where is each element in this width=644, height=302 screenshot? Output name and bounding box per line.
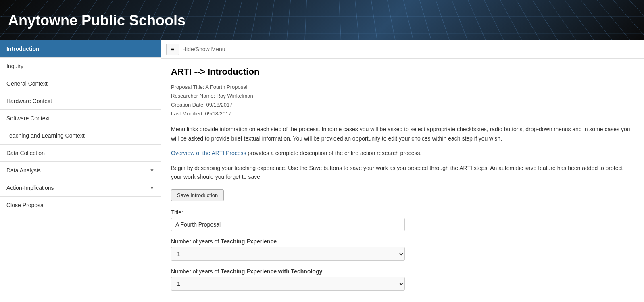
hamburger-icon: ≡ [171,46,174,52]
content-area: ≡ Hide/Show Menu ARTI --> Introduction P… [161,40,644,302]
modified-label: Last Modified: [171,111,204,117]
page-heading: ARTI --> Introduction [171,67,634,77]
sidebar-item-label: Close Proposal [6,202,45,208]
sidebar-item-software-context[interactable]: Software Context [0,110,161,127]
overview-link-suffix: provides a complete description of the e… [246,150,421,156]
sidebar-item-close-proposal[interactable]: Close Proposal [0,197,161,214]
sidebar-item-teaching-learning-context[interactable]: Teaching and Learning Context [0,127,161,145]
sidebar-item-label: Hardware Context [6,98,52,104]
sidebar-item-label: Software Context [6,115,50,122]
teaching-exp-select[interactable]: 1234567891011121314151617181920 [171,247,405,261]
meta-info: Proposal Title: A Fourth Proposal Resear… [171,83,634,118]
content-body: ARTI --> Introduction Proposal Title: A … [161,59,644,302]
overview-paragraph: Overview of the ARTI Process provides a … [171,149,634,157]
modified-date-line: Last Modified: 09/18/2017 [171,109,634,118]
researcher-line: Researcher Name: Roy Winkelman [171,92,634,101]
sidebar-item-label: Data Analysis [6,167,41,174]
title-label: Title: [171,209,634,216]
sidebar-item-inquiry[interactable]: Inquiry [0,58,161,75]
teaching-exp-label: Number of years of Teaching Experience [171,238,634,245]
teaching-exp-bold: Teaching Experience [221,238,277,245]
title-input[interactable] [171,218,405,231]
creation-label: Creation Date: [171,102,205,108]
teaching-tech-label-text: Number of years of [171,268,221,275]
overview-link[interactable]: Overview of the ARTI Process [171,150,246,156]
description-text-1: Menu links provide information on each s… [171,125,634,143]
teaching-tech-label: Number of years of Teaching Experience w… [171,268,634,275]
researcher-value: Roy Winkelman [217,93,253,99]
sidebar-item-action-implications[interactable]: Action-Implications▼ [0,179,161,197]
page-header: Anytowne Public Schools [0,0,644,40]
hide-show-menu-button[interactable]: ≡ [166,44,179,55]
teaching-tech-select[interactable]: 1234567891011121314151617181920 [171,277,405,291]
sidebar-item-label: Teaching and Learning Context [6,132,85,139]
teaching-exp-section: Number of years of Teaching Experience 1… [171,238,634,261]
modified-date: 09/18/2017 [205,111,231,117]
proposal-title-value: A Fourth Proposal [205,84,247,90]
chevron-down-icon: ▼ [150,168,154,173]
teaching-tech-section: Number of years of Teaching Experience w… [171,268,634,291]
description-text-2: Begin by describing your teaching experi… [171,164,634,182]
chevron-down-icon: ▼ [150,185,154,191]
site-title: Anytowne Public Schools [0,0,644,40]
sidebar: IntroductionInquiryGeneral ContextHardwa… [0,40,161,302]
sidebar-item-label: Introduction [6,46,40,52]
teaching-tech-bold: Teaching Experience with Technology [221,268,322,275]
main-layout: IntroductionInquiryGeneral ContextHardwa… [0,40,644,302]
sidebar-item-label: Data Collection [6,150,45,156]
creation-date-line: Creation Date: 09/18/2017 [171,101,634,109]
sidebar-item-label: Inquiry [6,63,23,69]
researcher-label: Researcher Name: [171,93,215,99]
sidebar-item-hardware-context[interactable]: Hardware Context [0,92,161,110]
hide-show-menu-label: Hide/Show Menu [182,46,225,52]
title-field-section: Title: [171,209,634,231]
sidebar-item-general-context[interactable]: General Context [0,75,161,92]
teaching-exp-label-text: Number of years of [171,238,221,245]
proposal-title-label: Proposal Title: [171,84,204,90]
sidebar-item-label: Action-Implications [6,185,54,191]
save-introduction-button[interactable]: Save Introduction [171,189,224,201]
menu-bar: ≡ Hide/Show Menu [161,40,644,59]
sidebar-item-data-analysis[interactable]: Data Analysis▼ [0,162,161,179]
creation-date: 09/18/2017 [206,102,232,108]
sidebar-item-data-collection[interactable]: Data Collection [0,145,161,162]
sidebar-item-introduction[interactable]: Introduction [0,40,161,58]
proposal-title-line: Proposal Title: A Fourth Proposal [171,83,634,92]
sidebar-item-label: General Context [6,80,48,87]
